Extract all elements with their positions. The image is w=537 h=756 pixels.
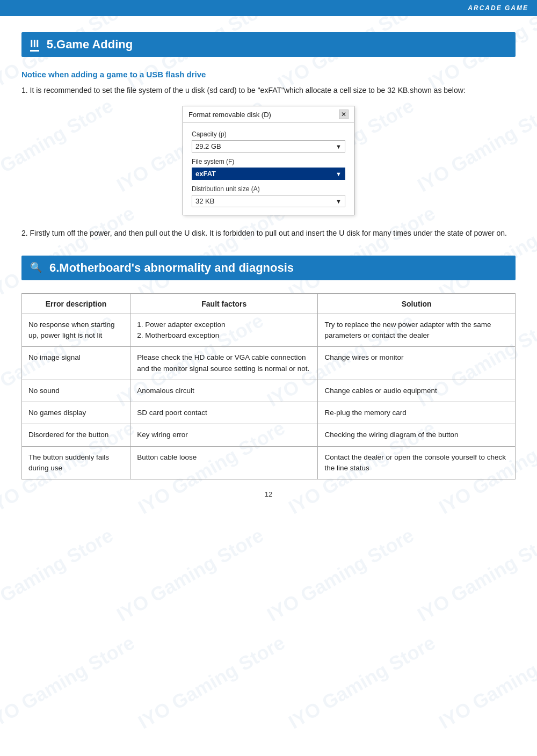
error-description-cell: No sound <box>22 380 130 402</box>
diagnosis-table: Error description Fault factors Solution… <box>21 293 516 479</box>
error-description-cell: No games display <box>22 402 130 424</box>
table-row: No image signalPlease check the HD cable… <box>22 347 516 380</box>
capacity-dropdown-arrow: ▼ <box>336 143 342 150</box>
capacity-label: Capacity (p) <box>192 130 345 138</box>
section6-icon: 🔍 <box>30 263 42 273</box>
filesystem-dropdown-arrow: ▼ <box>336 171 342 177</box>
section6-title: 6.Motherboard's abnormality and diagnosi… <box>49 261 294 275</box>
filesystem-value: exFAT <box>195 170 216 178</box>
page-content: III 5.Game Adding Notice when adding a g… <box>0 16 537 536</box>
header-brand: ARCADE GAME <box>468 4 528 12</box>
table-row: No soundAnomalous circuitChange cables o… <box>22 380 516 402</box>
table-row: Disordered for the buttonKey wiring erro… <box>22 424 516 446</box>
error-description-cell: Disordered for the button <box>22 424 130 446</box>
section6-heading: 🔍 6.Motherboard's abnormality and diagno… <box>21 256 516 280</box>
section5-title: 5.Game Adding <box>47 38 133 52</box>
notice-text1: 1. It is recommended to set the file sys… <box>21 84 516 96</box>
unit-dropdown-arrow: ▼ <box>336 198 342 205</box>
fault-factors-cell: Please check the HD cable or VGA cable c… <box>130 347 318 380</box>
solution-cell: Contact the dealer or open the console y… <box>318 446 516 479</box>
capacity-input[interactable]: 29.2 GB ▼ <box>192 140 345 152</box>
filesystem-label: File system (F) <box>192 158 345 165</box>
dialog-close-button[interactable]: ✕ <box>339 110 349 119</box>
solution-cell: Change cables or audio equipment <box>318 380 516 402</box>
table-header-fault: Fault factors <box>130 294 318 314</box>
section6-wrapper: 🔍 6.Motherboard's abnormality and diagno… <box>21 256 516 479</box>
table-row: No response when starting up, power ligh… <box>22 314 516 347</box>
format-dialog-wrapper: Format removable disk (D) ✕ Capacity (p)… <box>21 106 516 215</box>
table-row: No games displaySD card poort contactRe-… <box>22 402 516 424</box>
fault-factors-cell: 1. Power adapter exception 2. Motherboar… <box>130 314 318 347</box>
format-dialog: Format removable disk (D) ✕ Capacity (p)… <box>183 106 354 215</box>
dialog-title: Format removable disk (D) <box>188 111 271 119</box>
fault-factors-cell: Button cable loose <box>130 446 318 479</box>
solution-cell: Try to replace the new power adapter wit… <box>318 314 516 347</box>
unit-value: 32 KB <box>195 197 214 205</box>
error-description-cell: The button suddenly fails during use <box>22 446 130 479</box>
capacity-value: 29.2 GB <box>195 142 221 150</box>
fault-factors-cell: Anomalous circuit <box>130 380 318 402</box>
table-row: The button suddenly fails during useButt… <box>22 446 516 479</box>
notice-heading: Notice when adding a game to a USB flash… <box>21 70 516 79</box>
header-bar: ARCADE GAME <box>0 0 537 16</box>
section5-heading: III 5.Game Adding <box>21 32 516 57</box>
section5-icon: III <box>30 38 39 52</box>
solution-cell: Re-plug the memory card <box>318 402 516 424</box>
page-number: 12 <box>265 490 272 498</box>
close-icon: ✕ <box>341 111 346 118</box>
page-footer: 12 <box>21 479 516 504</box>
error-description-cell: No image signal <box>22 347 130 380</box>
table-header-solution: Solution <box>318 294 516 314</box>
notice-text2: 2. Firstly turn off the power, and then … <box>21 227 516 239</box>
dialog-titlebar: Format removable disk (D) ✕ <box>183 106 354 123</box>
fault-factors-cell: Key wiring error <box>130 424 318 446</box>
unit-input[interactable]: 32 KB ▼ <box>192 195 345 207</box>
solution-cell: Change wires or monitor <box>318 347 516 380</box>
fault-factors-cell: SD card poort contact <box>130 402 318 424</box>
unit-label: Distribution unit size (A) <box>192 185 345 193</box>
dialog-body: Capacity (p) 29.2 GB ▼ File system (F) e… <box>183 123 354 215</box>
table-header-error: Error description <box>22 294 130 314</box>
error-description-cell: No response when starting up, power ligh… <box>22 314 130 347</box>
solution-cell: Checking the wiring diagram of the butto… <box>318 424 516 446</box>
filesystem-input[interactable]: exFAT ▼ <box>192 168 345 180</box>
